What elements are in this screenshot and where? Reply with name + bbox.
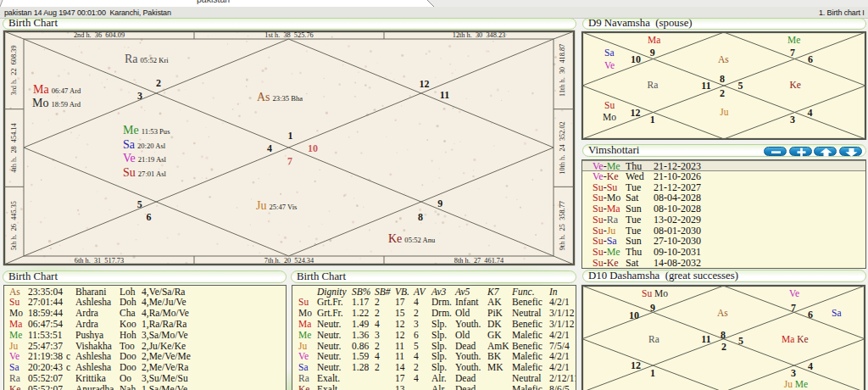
cell: 12	[395, 319, 405, 330]
cell: Su	[298, 297, 309, 308]
cell: Ke	[298, 384, 309, 390]
d10-title: D10 Dashamsha (great successes)	[588, 269, 738, 281]
table-left-titlebar: Birth Chart	[3, 270, 287, 283]
cell: Pushya	[75, 330, 103, 341]
cell: AK	[487, 297, 502, 308]
cell: Ra	[9, 373, 20, 384]
tab-strip: pakistan	[0, 0, 868, 7]
cell: 18:59:44	[28, 308, 63, 319]
position-row: Mo18:59:44ArdraCha4,Ra/Mo/Ve	[4, 308, 286, 319]
cell: Ardra	[75, 319, 98, 330]
cell: Grt.Fr.	[317, 297, 343, 308]
planet-label: Ju Me	[784, 379, 808, 389]
dasha-row[interactable]: Su-RaTue13-02-2029	[582, 214, 865, 226]
vimshottari-title: Vimshottari	[588, 143, 639, 156]
cell: Drm.	[431, 297, 452, 308]
cell: Mo	[9, 308, 23, 319]
position-row: Ju25:47:37VishakhaToo2,Ju/Ke/Ke	[4, 341, 286, 352]
house-number: 3	[791, 367, 796, 379]
tab-pakistan[interactable]	[0, 0, 868, 7]
cell: 2	[414, 362, 419, 373]
main-birth-chart[interactable]: 2nd h. 36 604.091st h. 38 525.7612th h. …	[3, 30, 576, 266]
d10-dashamsha-chart[interactable]: Su MoAsVeSaRaMa KeJu Me123456789101112	[581, 284, 867, 390]
cell: Ma	[298, 319, 311, 330]
house-number: 9	[650, 302, 655, 314]
cell: 4	[375, 351, 380, 362]
cell: Cha	[120, 308, 136, 319]
cusp-label-bottom: 8th h. 27 461.74	[454, 257, 504, 265]
house-number: 9	[437, 198, 442, 209]
cell: Too	[120, 341, 135, 352]
cell: Youth.	[455, 362, 481, 373]
cell: Doo	[120, 351, 136, 362]
main-chart-titlebar: Birth Chart	[3, 18, 576, 30]
cell: 1,Sa/Me/Ve	[142, 384, 187, 390]
planet-label: Ma Ke	[782, 334, 809, 344]
cell: 1.36	[352, 330, 369, 341]
cell: 11	[395, 341, 404, 352]
arrow-down-button[interactable]	[839, 147, 862, 157]
dasha-row[interactable]: Ve-MeThu21-12-2023	[582, 160, 865, 171]
column-header: VB.	[395, 287, 409, 298]
position-row: Ra05:52:07KrittikaOo3,Su/Me/Su	[4, 373, 286, 384]
cell: Alr.	[431, 384, 447, 390]
cell: 17	[395, 373, 405, 384]
cell: Exalt.	[317, 373, 340, 384]
cusp-label-bottom: 7th h. 20 524.34	[264, 257, 314, 265]
cell: 4	[375, 319, 380, 330]
cell: Ke	[9, 384, 20, 390]
house-number: 10	[631, 53, 641, 65]
d9-navamsha-chart[interactable]: MaSaVeAsMeRaSuMoJuKe123456789101112	[581, 31, 867, 140]
house-number: 6	[147, 211, 152, 223]
strengths-table: DignitySB%SB#VB.AVAv3Av5K7Func.InSuGrt.F…	[292, 285, 576, 390]
column-header: Func.	[512, 287, 535, 298]
house-number: 6	[808, 309, 813, 320]
cell: Malefic	[512, 330, 542, 341]
dasha-weekday: Sun	[626, 203, 642, 214]
cell: 2	[375, 341, 380, 352]
cusp-label-top: 1st h. 38 525.76	[264, 31, 313, 39]
cell: Malefic	[512, 384, 542, 390]
dasha-date: 09-10-2031	[654, 247, 701, 258]
cell: 4/2/1	[549, 362, 570, 373]
cell: Neutral	[512, 373, 541, 384]
cell: 11	[395, 351, 404, 362]
house-number: 8	[721, 329, 726, 341]
minus-button[interactable]	[764, 147, 787, 157]
cusp-label-top: 12th h. 30 348.23	[453, 31, 505, 39]
planet-label: Mo	[603, 112, 616, 122]
cell: 21:19:38	[28, 351, 63, 362]
cell: Vishakha	[75, 341, 112, 352]
cell: Benefic	[512, 341, 542, 352]
arrow-up-button[interactable]	[814, 147, 837, 157]
cusp-label-left: 5th h. 26 445.35	[10, 201, 18, 250]
cell: 2	[375, 308, 380, 319]
dasha-row[interactable]: Su-MeThu09-10-2031	[582, 247, 865, 258]
cell: Ardra	[75, 308, 98, 319]
position-row: Sa20:20:43cAshleshaDoo2,Me/Ve/Ra	[4, 362, 286, 373]
cell: As	[9, 287, 20, 298]
house-number: 2	[720, 87, 725, 99]
strength-row: MoGrt.Fr.1.222152Drm.OldPiKNeutral3/1/12	[292, 308, 576, 319]
dasha-weekday: Thu	[626, 247, 642, 258]
house-number: 9	[650, 47, 655, 58]
planet-label: Su	[604, 100, 615, 110]
cell: 17	[395, 297, 405, 308]
dasha-row[interactable]: Ve-KeWed21-10-2026	[582, 171, 865, 182]
plus-icon	[797, 148, 805, 156]
planet-label: Sa	[604, 47, 615, 58]
cell: 3,Su/Me/Su	[142, 373, 188, 384]
cell: 23:35:04	[28, 287, 63, 298]
house-number: 7	[287, 155, 292, 167]
plus-button[interactable]	[789, 147, 812, 157]
dasha-row[interactable]: Su-KeSat14-08-2032	[582, 258, 865, 269]
cell: Loh	[120, 287, 136, 298]
cusp-label-left: 3rd h. 22 608.39	[10, 45, 18, 95]
house-number: 5	[738, 335, 743, 347]
cell: 1.17	[352, 297, 369, 308]
dasha-row[interactable]: Su-MaSun08-10-2028	[582, 203, 865, 214]
cell: 4	[414, 297, 419, 308]
cell: 4,Me/Ju/Ve	[142, 297, 186, 308]
strength-row: MeNeutr.1.363126Slp.OldGKMalefic4/2/1	[292, 330, 576, 341]
planet-label: Ke	[789, 80, 800, 90]
